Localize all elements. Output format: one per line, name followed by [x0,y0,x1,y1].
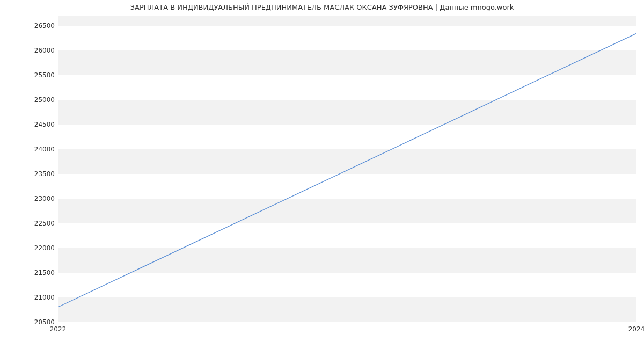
y-tick-label: 25000 [6,96,55,104]
y-tick-label: 21500 [6,269,55,277]
y-tick-label: 24000 [6,146,55,153]
y-tick-label: 20500 [6,318,55,326]
x-tick-label: 2024 [628,325,644,333]
y-tick-label: 26500 [6,22,55,30]
y-tick-label: 23000 [6,195,55,202]
y-tick-label: 24500 [6,121,55,128]
y-tick-label: 26000 [6,47,55,54]
plot-area [58,16,636,322]
x-tick-label: 2022 [50,325,67,333]
y-tick-label: 22500 [6,220,55,227]
chart-container: ЗАРПЛАТА В ИНДИВИДУАЛЬНЫЙ ПРЕДПИНИМАТЕЛЬ… [0,0,644,349]
y-tick-label: 21000 [6,294,55,301]
y-tick-label: 23500 [6,170,55,178]
y-tick-label: 25500 [6,71,55,79]
chart-title: ЗАРПЛАТА В ИНДИВИДУАЛЬНЫЙ ПРЕДПИНИМАТЕЛЬ… [0,3,644,11]
line-series [58,16,636,322]
y-tick-label: 22000 [6,244,55,252]
